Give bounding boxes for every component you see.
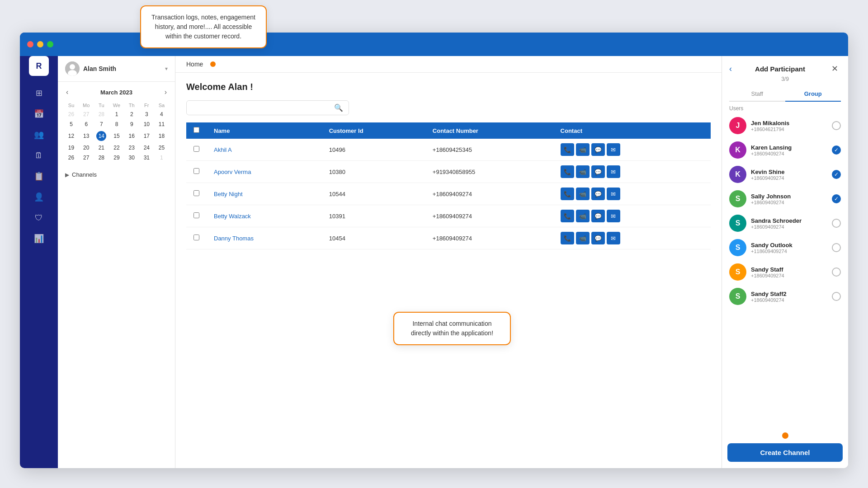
- row-name[interactable]: Apoorv Verma: [207, 161, 322, 183]
- calendar-day[interactable]: 24: [140, 143, 154, 152]
- calendar-day[interactable]: 1: [155, 153, 169, 162]
- calendar-day[interactable]: 2: [125, 110, 139, 119]
- search-input[interactable]: [192, 104, 334, 111]
- calendar-day[interactable]: 23: [125, 143, 139, 152]
- calendar-day[interactable]: 19: [64, 143, 78, 152]
- close-window-button[interactable]: [27, 41, 33, 47]
- calendar-day[interactable]: 11: [155, 120, 169, 129]
- calendar-day[interactable]: 17: [140, 130, 154, 142]
- calendar-day[interactable]: 26: [64, 153, 78, 162]
- sidebar-icon-users[interactable]: 👥: [30, 126, 48, 144]
- calendar-day[interactable]: 12: [64, 130, 78, 142]
- calendar-day[interactable]: 9: [125, 120, 139, 129]
- calendar-day[interactable]: 3: [140, 110, 154, 119]
- row-checkbox[interactable]: [193, 168, 199, 174]
- calendar-day[interactable]: 21: [94, 143, 108, 152]
- calendar-day[interactable]: 25: [155, 143, 169, 152]
- calendar-day[interactable]: 26: [64, 110, 78, 119]
- table-header-checkbox[interactable]: [186, 122, 207, 139]
- row-checkbox-cell[interactable]: [186, 183, 207, 205]
- email-icon[interactable]: ✉: [607, 143, 620, 156]
- participant-item[interactable]: S Sandra Schroeder +18609409274: [726, 211, 844, 235]
- calendar-day[interactable]: 5: [64, 120, 78, 129]
- participant-radio[interactable]: [832, 219, 841, 228]
- row-name[interactable]: Akhil A: [207, 139, 322, 161]
- calendar-day[interactable]: 16: [125, 130, 139, 142]
- calendar-day[interactable]: 31: [140, 153, 154, 162]
- calendar-prev-button[interactable]: ‹: [63, 87, 71, 97]
- video-icon[interactable]: 📹: [576, 165, 590, 178]
- calendar-day[interactable]: 1: [109, 110, 123, 119]
- calendar-day[interactable]: 20: [79, 143, 93, 152]
- create-channel-button[interactable]: Create Channel: [727, 443, 843, 462]
- calendar-day[interactable]: 30: [125, 153, 139, 162]
- search-icon[interactable]: 🔍: [334, 103, 343, 112]
- video-icon[interactable]: 📹: [576, 143, 590, 156]
- user-selector[interactable]: Alan Smith ▾: [58, 56, 175, 82]
- sidebar-icon-shield[interactable]: 🛡: [30, 209, 48, 227]
- row-name[interactable]: Betty Night: [207, 183, 322, 205]
- participant-item[interactable]: S Sally Johnson +18609409274: [726, 187, 844, 211]
- tab-staff[interactable]: Staff: [729, 87, 785, 102]
- calendar-day[interactable]: 7: [94, 120, 108, 129]
- calendar-day[interactable]: 28: [94, 110, 108, 119]
- sidebar-icon-grid[interactable]: ⊞: [30, 84, 48, 102]
- row-name[interactable]: Betty Walzack: [207, 205, 322, 227]
- row-checkbox[interactable]: [193, 190, 199, 196]
- email-icon[interactable]: ✉: [607, 188, 620, 200]
- phone-icon[interactable]: 📞: [561, 232, 574, 244]
- participant-radio[interactable]: [832, 194, 841, 203]
- row-name[interactable]: Danny Thomas: [207, 227, 322, 249]
- minimize-window-button[interactable]: [37, 41, 43, 47]
- channels-section[interactable]: ▶ Channels: [58, 167, 175, 183]
- email-icon[interactable]: ✉: [607, 210, 620, 222]
- sidebar-icon-calendar[interactable]: 📅: [30, 105, 48, 123]
- chat-icon[interactable]: 💬: [591, 210, 605, 222]
- participant-radio[interactable]: [832, 121, 841, 130]
- participant-item[interactable]: K Kevin Shine +18609409274: [726, 162, 844, 187]
- calendar-day[interactable]: 29: [109, 153, 123, 162]
- phone-icon[interactable]: 📞: [561, 165, 574, 178]
- participant-radio[interactable]: [832, 243, 841, 252]
- chat-icon[interactable]: 💬: [591, 188, 605, 200]
- phone-icon[interactable]: 📞: [561, 143, 574, 156]
- row-checkbox[interactable]: [193, 235, 199, 240]
- email-icon[interactable]: ✉: [607, 165, 620, 178]
- row-checkbox-cell[interactable]: [186, 161, 207, 183]
- calendar-day[interactable]: 8: [109, 120, 123, 129]
- participant-item[interactable]: S Sandy Outlook +118609409274: [726, 235, 844, 260]
- calendar-day[interactable]: 27: [79, 153, 93, 162]
- participant-radio[interactable]: [832, 170, 841, 179]
- calendar-day[interactable]: 13: [79, 130, 93, 142]
- sidebar-icon-calendar2[interactable]: 🗓: [30, 146, 48, 164]
- row-checkbox[interactable]: [193, 146, 199, 152]
- row-checkbox-cell[interactable]: [186, 205, 207, 227]
- tab-group[interactable]: Group: [785, 87, 841, 102]
- calendar-day[interactable]: 4: [155, 110, 169, 119]
- participant-radio[interactable]: [832, 267, 841, 277]
- calendar-day[interactable]: 10: [140, 120, 154, 129]
- calendar-day[interactable]: 18: [155, 130, 169, 142]
- chat-icon[interactable]: 💬: [591, 143, 605, 156]
- calendar-day[interactable]: 22: [109, 143, 123, 152]
- participant-item[interactable]: S Sandy Staff +18609409274: [726, 260, 844, 284]
- row-checkbox[interactable]: [193, 212, 199, 218]
- video-icon[interactable]: 📹: [576, 188, 590, 200]
- calendar-day[interactable]: 28: [94, 153, 108, 162]
- calendar-day[interactable]: 15: [109, 130, 123, 142]
- email-icon[interactable]: ✉: [607, 232, 620, 244]
- sidebar-icon-person[interactable]: 👤: [30, 188, 48, 206]
- participant-radio[interactable]: [832, 145, 841, 155]
- chat-icon[interactable]: 💬: [591, 232, 605, 244]
- sidebar-icon-chart[interactable]: 📊: [30, 230, 48, 248]
- sidebar-icon-clipboard[interactable]: 📋: [30, 167, 48, 185]
- video-icon[interactable]: 📹: [576, 232, 590, 244]
- participant-radio[interactable]: [832, 292, 841, 301]
- calendar-day[interactable]: 14: [94, 130, 108, 142]
- participant-item[interactable]: S Sandy Staff2 +18609409274: [726, 284, 844, 309]
- close-panel-button[interactable]: ✕: [828, 62, 841, 75]
- maximize-window-button[interactable]: [47, 41, 53, 47]
- phone-icon[interactable]: 📞: [561, 210, 574, 222]
- row-checkbox-cell[interactable]: [186, 139, 207, 161]
- select-all-checkbox[interactable]: [193, 127, 199, 133]
